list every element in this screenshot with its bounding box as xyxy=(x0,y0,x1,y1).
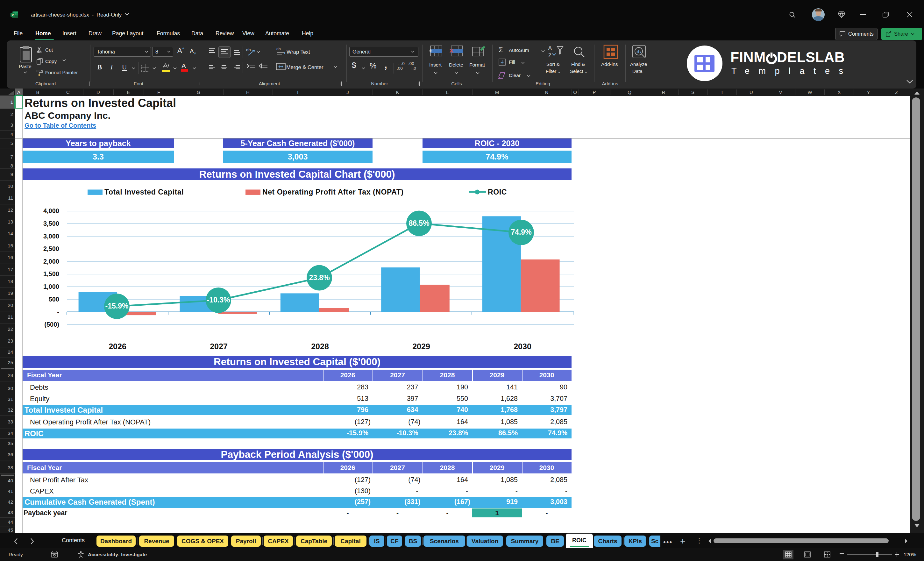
svg-text:(500): (500) xyxy=(44,321,59,328)
svg-text:Total Invested Capital: Total Invested Capital xyxy=(104,188,184,196)
svg-text:-10.3%: -10.3% xyxy=(207,296,230,304)
svg-text:-: - xyxy=(57,308,59,315)
svg-text:3,500: 3,500 xyxy=(43,220,59,227)
svg-text:2026: 2026 xyxy=(109,342,126,351)
svg-text:ab: ab xyxy=(246,48,250,52)
svg-text:2030: 2030 xyxy=(514,342,531,351)
svg-text:Z: Z xyxy=(548,53,552,58)
svg-text:500: 500 xyxy=(49,296,59,303)
svg-text:ROIC: ROIC xyxy=(488,188,507,196)
svg-text:74.9%: 74.9% xyxy=(511,228,531,236)
svg-text:A: A xyxy=(548,45,552,51)
svg-text:-15.9%: -15.9% xyxy=(105,302,129,310)
svg-text:2028: 2028 xyxy=(311,342,329,351)
svg-text:2,000: 2,000 xyxy=(43,258,59,265)
svg-text:Net Operating Profit After Tax: Net Operating Profit After Tax (NOPAT) xyxy=(262,188,404,196)
svg-text:23.8%: 23.8% xyxy=(309,273,330,282)
svg-text:3,000: 3,000 xyxy=(43,233,59,240)
svg-text:2027: 2027 xyxy=(210,342,228,351)
svg-text:4,000: 4,000 xyxy=(43,207,59,214)
svg-text:2,500: 2,500 xyxy=(43,245,59,252)
svg-text:1,000: 1,000 xyxy=(43,283,59,290)
svg-text:ab: ab xyxy=(276,47,281,51)
svg-text:x: x xyxy=(12,13,14,17)
svg-text:2029: 2029 xyxy=(412,342,430,351)
svg-text:86.5%: 86.5% xyxy=(408,219,429,227)
svg-text:1,500: 1,500 xyxy=(43,270,59,278)
